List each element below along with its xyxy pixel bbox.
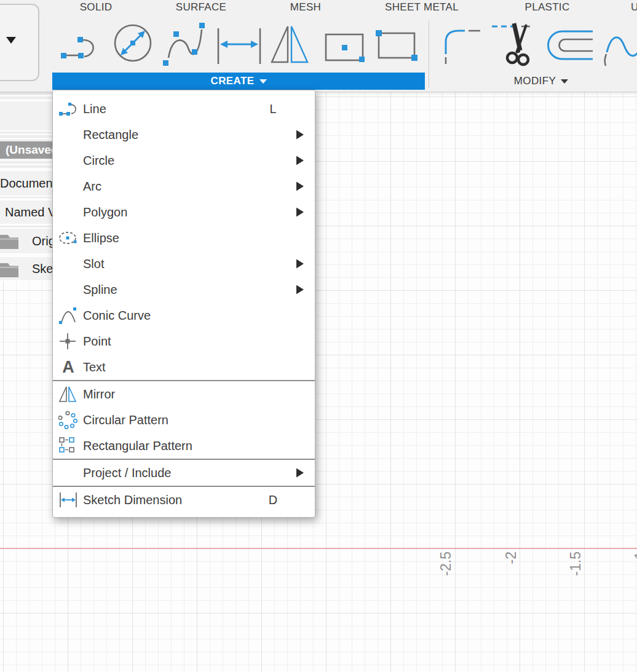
menu-item-label: Point <box>83 334 111 349</box>
menu-item-label: Conic Curve <box>83 309 151 323</box>
chevron-down-icon <box>259 79 267 84</box>
create-dropdown-menu: Line L Rectangle Circle Arc Polygon <box>52 90 315 518</box>
browser-row-label: Origin <box>32 229 53 253</box>
browser-row-sketches[interactable]: Sketches <box>0 256 53 282</box>
menu-item-conic-curve[interactable]: Conic Curve <box>53 302 315 328</box>
menu-item-label: Arc <box>83 180 101 194</box>
menu-item-mirror[interactable]: Mirror <box>53 381 315 407</box>
shortcut-label: L <box>265 102 281 116</box>
submenu-arrow-icon <box>296 130 304 140</box>
menu-item-rectangle[interactable]: Rectangle <box>53 122 315 148</box>
menu-item-label: Rectangular Pattern <box>83 439 192 453</box>
x-axis-line <box>0 548 637 549</box>
menu-item-label: Ellipse <box>83 231 119 245</box>
browser-row-document-settings[interactable]: Document Settings <box>0 170 53 197</box>
menu-item-rectangular-pattern[interactable]: Rectangular Pattern <box>53 433 315 459</box>
shortcut-label: D <box>265 493 281 507</box>
tab-plastic[interactable]: PLASTIC <box>525 1 570 14</box>
menu-item-project-include[interactable]: Project / Include <box>53 460 315 486</box>
menu-item-label: Project / Include <box>83 466 171 480</box>
circular-pattern-icon <box>57 410 79 430</box>
submenu-arrow-icon <box>296 208 304 217</box>
create-panel-header[interactable]: CREATE <box>52 73 425 90</box>
menu-item-label: Polygon <box>83 205 127 219</box>
menu-item-label: Line <box>83 102 106 116</box>
chevron-down-icon <box>561 79 568 84</box>
create-label: CREATE <box>210 75 254 87</box>
menu-item-label: Rectangle <box>83 128 138 142</box>
circle-tool-icon[interactable] <box>112 22 154 66</box>
menu-item-label: Spline <box>83 283 117 297</box>
browser-document-header[interactable]: (Unsaved) <box>0 141 53 159</box>
menu-item-label: Circle <box>83 154 114 168</box>
two-point-rectangle-tool-icon[interactable] <box>375 28 418 65</box>
line-tool-icon[interactable] <box>60 32 101 63</box>
tab-solid[interactable]: SOLID <box>80 1 113 14</box>
spline-tool-icon[interactable] <box>161 22 208 70</box>
submenu-arrow-icon <box>296 468 304 478</box>
menu-item-arc[interactable]: Arc <box>53 173 315 199</box>
submenu-arrow-icon <box>296 285 304 294</box>
axis-label: -1.5 <box>569 551 583 576</box>
mirror-icon <box>57 384 79 404</box>
trim-tool-icon[interactable] <box>491 22 540 69</box>
menu-item-label: Sketch Dimension <box>83 493 182 507</box>
sketch-dimension-tool-icon[interactable] <box>216 28 262 66</box>
ellipse-icon <box>57 228 79 248</box>
browser-row-named-views[interactable]: Named Views <box>0 199 53 225</box>
submenu-arrow-icon <box>296 182 304 191</box>
folder-icon <box>0 233 20 255</box>
menu-item-text[interactable]: A Text <box>53 354 315 380</box>
menu-item-label: Slot <box>83 257 104 271</box>
menu-item-sketch-dimension[interactable]: Sketch Dimension D <box>53 487 315 513</box>
line-icon <box>57 99 79 119</box>
text-icon: A <box>57 357 79 377</box>
axis-label: -1 <box>633 551 637 564</box>
menu-item-circle[interactable]: Circle <box>53 148 315 173</box>
offset-tool-icon[interactable] <box>545 28 594 65</box>
point-icon <box>57 331 79 351</box>
axis-label: -2.5 <box>439 551 453 576</box>
toolbar-separator <box>429 21 429 87</box>
browser-row-origin[interactable]: Origin <box>0 227 53 255</box>
menu-item-polygon[interactable]: Polygon <box>53 199 315 225</box>
submenu-arrow-icon <box>296 156 304 165</box>
submenu-arrow-icon <box>296 259 304 269</box>
fit-point-spline-tool-icon[interactable] <box>603 32 637 69</box>
modify-panel-header[interactable]: MODIFY <box>480 73 603 90</box>
fusion-sketch-workspace: -2.5 -2 -1.5 -1 (Unsaved) Document Setti… <box>0 0 637 672</box>
modify-label: MODIFY <box>514 75 556 87</box>
sketch-dimension-icon <box>57 490 79 510</box>
mirror-tool-icon[interactable] <box>271 25 310 66</box>
conic-curve-icon <box>57 306 79 325</box>
menu-item-slot[interactable]: Slot <box>53 251 315 277</box>
menu-item-circular-pattern[interactable]: Circular Pattern <box>53 407 315 433</box>
menu-item-label: Mirror <box>83 387 115 401</box>
tab-utilities[interactable]: UTILITIES <box>631 1 637 14</box>
fillet-tool-icon[interactable] <box>441 25 485 66</box>
menu-item-spline[interactable]: Spline <box>53 277 315 302</box>
menu-item-label: Circular Pattern <box>83 413 168 427</box>
folder-icon <box>0 261 20 282</box>
browser-row-label: Sketches <box>32 257 53 280</box>
tab-mesh[interactable]: MESH <box>290 1 321 14</box>
ribbon-toolbar: SOLID SURFACE MESH SHEET METAL PLASTIC U… <box>0 0 637 92</box>
center-rectangle-tool-icon[interactable] <box>325 33 365 65</box>
rectangular-pattern-icon <box>57 436 79 456</box>
tab-sheet-metal[interactable]: SHEET METAL <box>385 1 459 14</box>
chevron-down-icon[interactable] <box>6 37 16 44</box>
browser-panel: (Unsaved) Document Settings Named Views … <box>0 92 53 282</box>
menu-item-label: Text <box>83 360 106 374</box>
tab-surface[interactable]: SURFACE <box>176 1 226 14</box>
browser-row-empty <box>0 100 53 132</box>
menu-item-ellipse[interactable]: Ellipse <box>53 225 315 251</box>
axis-label: -2 <box>504 551 518 564</box>
menu-item-point[interactable]: Point <box>53 328 315 354</box>
menu-item-line[interactable]: Line L <box>53 96 315 122</box>
